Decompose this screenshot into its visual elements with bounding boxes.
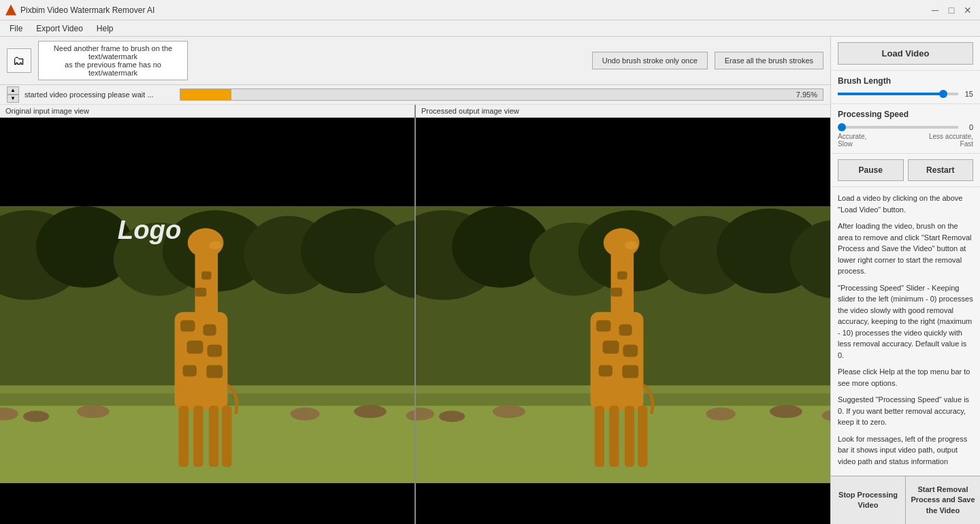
- load-video-section: Load Video: [831, 37, 980, 71]
- svg-rect-56: [623, 345, 638, 357]
- svg-rect-49: [595, 406, 604, 467]
- svg-rect-18: [222, 406, 231, 467]
- svg-rect-57: [599, 365, 612, 376]
- original-frame-image: Logo: [0, 206, 414, 483]
- brush-length-label: Brush Length: [838, 76, 973, 86]
- speed-label-left: Accurate,Slow: [838, 133, 866, 148]
- progress-percent: 7.95%: [796, 91, 817, 99]
- help-para-1: Load a video by clicking on the above "L…: [838, 193, 973, 215]
- help-para-5: Suggested "Processing Speed" value is 0.…: [838, 394, 973, 428]
- svg-rect-54: [619, 325, 632, 336]
- original-view-panel: Original input image view: [0, 105, 416, 524]
- svg-rect-46: [611, 247, 634, 329]
- svg-rect-51: [625, 406, 634, 467]
- processing-speed-slider-row: 0: [838, 123, 973, 131]
- close-button[interactable]: ✕: [961, 3, 975, 17]
- svg-point-62: [439, 410, 465, 422]
- processing-speed-value: 0: [962, 123, 973, 131]
- help-text: Load a video by clicking on the above "L…: [831, 187, 980, 476]
- svg-rect-55: [603, 341, 619, 354]
- svg-rect-9: [0, 402, 414, 483]
- scroll-down-arrow[interactable]: ▼: [7, 95, 19, 103]
- bottom-buttons: Stop Processing Video Start Removal Proc…: [831, 476, 980, 524]
- help-para-6: Look for messages, left of the progress …: [838, 433, 973, 468]
- pause-restart-section: Pause Restart: [831, 154, 980, 187]
- svg-point-14: [209, 241, 222, 249]
- processed-frame-image: [416, 206, 830, 483]
- start-removal-button[interactable]: Start Removal Process and Save the Video: [906, 476, 980, 524]
- restart-button[interactable]: Restart: [908, 159, 974, 181]
- processed-bottom-black: [416, 483, 830, 524]
- progress-area: ▲ ▼ started video processing please wait…: [0, 85, 830, 105]
- original-video-frame: Logo: [0, 118, 414, 524]
- processed-video-frame: [416, 118, 830, 524]
- app-title: Pixbim Video Watermark Remover AI: [20, 5, 928, 15]
- scroll-arrows: ▲ ▼: [7, 86, 19, 103]
- svg-rect-26: [195, 288, 207, 297]
- svg-rect-19: [180, 321, 195, 332]
- menu-help[interactable]: Help: [90, 22, 120, 35]
- main-layout: 🗂 Need another frame to brush on the tex…: [0, 37, 980, 524]
- load-video-button[interactable]: Load Video: [838, 42, 973, 65]
- svg-point-29: [77, 405, 110, 418]
- svg-point-65: [770, 405, 802, 418]
- hint-line1: Need another frame to brush on the text/…: [46, 44, 180, 61]
- status-text: started video processing please wait ...: [24, 91, 174, 99]
- original-bottom-black: [0, 483, 414, 524]
- svg-rect-25: [201, 272, 211, 280]
- svg-rect-52: [638, 406, 647, 467]
- help-para-4: Please click Help at the top menu bar to…: [838, 366, 973, 389]
- svg-point-48: [625, 241, 638, 249]
- svg-rect-17: [209, 406, 218, 467]
- svg-rect-16: [193, 406, 203, 467]
- svg-rect-20: [203, 325, 216, 336]
- menu-file[interactable]: File: [3, 22, 29, 35]
- sidebar: Load Video Brush Length 15 Processing Sp…: [830, 37, 980, 524]
- svg-point-30: [291, 408, 320, 421]
- processing-speed-section: Processing Speed 0 Accurate,Slow Less ac…: [831, 104, 980, 154]
- toolbar: 🗂 Need another frame to brush on the tex…: [0, 37, 830, 85]
- processing-speed-label: Processing Speed: [838, 110, 973, 119]
- image-views: Original input image view: [0, 105, 830, 524]
- original-view-label: Original input image view: [0, 105, 414, 118]
- svg-point-63: [493, 405, 525, 418]
- menu-export-video[interactable]: Export Video: [29, 22, 90, 35]
- open-folder-button[interactable]: 🗂: [7, 48, 31, 73]
- brush-length-value: 15: [962, 90, 973, 98]
- erase-brush-button[interactable]: Erase all the brush strokes: [715, 52, 823, 69]
- processed-view-label: Processed output image view: [416, 105, 830, 118]
- app-icon: [5, 5, 16, 16]
- stop-processing-button[interactable]: Stop Processing Video: [831, 476, 906, 524]
- help-para-2: After loading the video, brush on the ar…: [838, 220, 973, 277]
- svg-rect-15: [179, 406, 189, 467]
- svg-rect-24: [206, 365, 223, 378]
- scroll-up-arrow[interactable]: ▲: [7, 86, 19, 95]
- hint-line2: as the previous frame has no text/waterm…: [46, 61, 180, 77]
- help-para-3: "Processing Speed" Slider - Keeping slid…: [838, 282, 973, 361]
- titlebar: Pixbim Video Watermark Remover AI ─ □ ✕: [0, 0, 980, 20]
- undo-brush-button[interactable]: Undo brush stroke only once: [592, 52, 708, 69]
- svg-rect-58: [622, 365, 638, 378]
- brush-length-slider[interactable]: [838, 93, 958, 95]
- svg-point-64: [706, 408, 736, 421]
- svg-rect-50: [609, 406, 619, 467]
- original-top-black: [0, 118, 414, 206]
- brush-length-slider-row: 15: [838, 90, 973, 98]
- speed-label-right: Less accurate,Fast: [929, 133, 973, 148]
- processing-speed-slider[interactable]: [838, 126, 958, 129]
- svg-rect-60: [611, 288, 623, 297]
- brush-length-section: Brush Length 15: [831, 71, 980, 104]
- svg-rect-23: [183, 365, 197, 376]
- processed-view-panel: Processed output image view: [416, 105, 830, 524]
- svg-rect-22: [208, 345, 223, 357]
- progress-bar: 7.95%: [180, 88, 823, 101]
- maximize-button[interactable]: □: [945, 3, 958, 17]
- progress-bar-fill: [180, 89, 231, 100]
- svg-point-31: [354, 405, 387, 418]
- svg-rect-53: [596, 321, 611, 332]
- svg-rect-21: [187, 341, 203, 354]
- minimize-button[interactable]: ─: [928, 3, 942, 17]
- original-view-content: Logo: [0, 118, 414, 524]
- pause-button[interactable]: Pause: [838, 159, 904, 181]
- processed-view-content: [416, 118, 830, 524]
